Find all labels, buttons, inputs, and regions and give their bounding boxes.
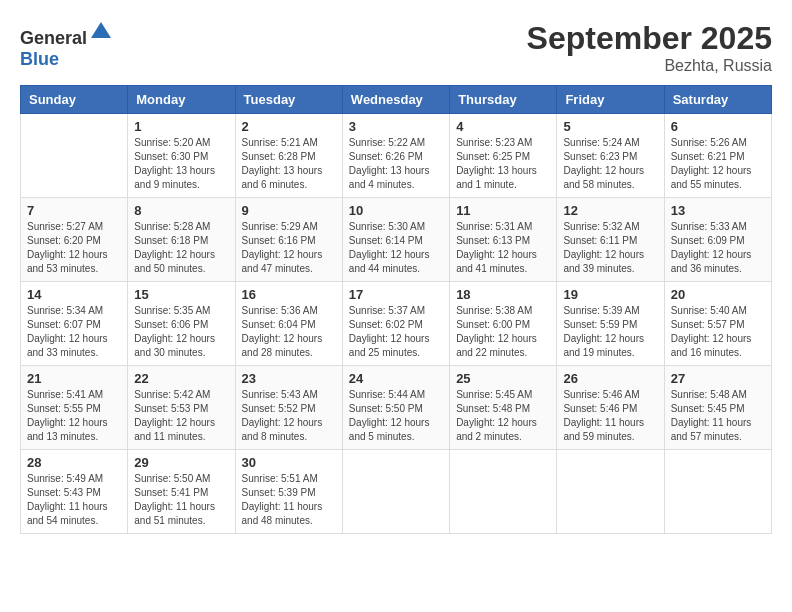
day-cell: 21Sunrise: 5:41 AMSunset: 5:55 PMDayligh… (21, 366, 128, 450)
day-info: Sunrise: 5:40 AMSunset: 5:57 PMDaylight:… (671, 304, 765, 360)
day-number: 13 (671, 203, 765, 218)
day-info: Sunrise: 5:30 AMSunset: 6:14 PMDaylight:… (349, 220, 443, 276)
day-cell: 26Sunrise: 5:46 AMSunset: 5:46 PMDayligh… (557, 366, 664, 450)
day-info: Sunrise: 5:27 AMSunset: 6:20 PMDaylight:… (27, 220, 121, 276)
calendar-table: SundayMondayTuesdayWednesdayThursdayFrid… (20, 85, 772, 534)
day-info: Sunrise: 5:23 AMSunset: 6:25 PMDaylight:… (456, 136, 550, 192)
day-number: 16 (242, 287, 336, 302)
day-info: Sunrise: 5:41 AMSunset: 5:55 PMDaylight:… (27, 388, 121, 444)
day-info: Sunrise: 5:36 AMSunset: 6:04 PMDaylight:… (242, 304, 336, 360)
day-info: Sunrise: 5:34 AMSunset: 6:07 PMDaylight:… (27, 304, 121, 360)
day-number: 30 (242, 455, 336, 470)
week-row-3: 14Sunrise: 5:34 AMSunset: 6:07 PMDayligh… (21, 282, 772, 366)
day-cell: 6Sunrise: 5:26 AMSunset: 6:21 PMDaylight… (664, 114, 771, 198)
day-number: 22 (134, 371, 228, 386)
day-number: 23 (242, 371, 336, 386)
day-cell: 16Sunrise: 5:36 AMSunset: 6:04 PMDayligh… (235, 282, 342, 366)
day-number: 10 (349, 203, 443, 218)
logo-icon (89, 20, 113, 44)
day-cell: 19Sunrise: 5:39 AMSunset: 5:59 PMDayligh… (557, 282, 664, 366)
day-info: Sunrise: 5:20 AMSunset: 6:30 PMDaylight:… (134, 136, 228, 192)
day-cell: 20Sunrise: 5:40 AMSunset: 5:57 PMDayligh… (664, 282, 771, 366)
day-cell: 30Sunrise: 5:51 AMSunset: 5:39 PMDayligh… (235, 450, 342, 534)
logo-general: General (20, 28, 87, 48)
day-number: 18 (456, 287, 550, 302)
day-cell (557, 450, 664, 534)
day-cell: 15Sunrise: 5:35 AMSunset: 6:06 PMDayligh… (128, 282, 235, 366)
location-subtitle: Bezhta, Russia (527, 57, 772, 75)
day-number: 7 (27, 203, 121, 218)
week-row-2: 7Sunrise: 5:27 AMSunset: 6:20 PMDaylight… (21, 198, 772, 282)
page-header: General Blue September 2025 Bezhta, Russ… (20, 20, 772, 75)
day-number: 8 (134, 203, 228, 218)
day-info: Sunrise: 5:44 AMSunset: 5:50 PMDaylight:… (349, 388, 443, 444)
day-cell (450, 450, 557, 534)
day-number: 19 (563, 287, 657, 302)
weekday-header-friday: Friday (557, 86, 664, 114)
day-number: 14 (27, 287, 121, 302)
day-info: Sunrise: 5:37 AMSunset: 6:02 PMDaylight:… (349, 304, 443, 360)
day-cell: 11Sunrise: 5:31 AMSunset: 6:13 PMDayligh… (450, 198, 557, 282)
day-info: Sunrise: 5:42 AMSunset: 5:53 PMDaylight:… (134, 388, 228, 444)
month-title: September 2025 (527, 20, 772, 57)
day-number: 5 (563, 119, 657, 134)
day-number: 28 (27, 455, 121, 470)
day-info: Sunrise: 5:22 AMSunset: 6:26 PMDaylight:… (349, 136, 443, 192)
day-info: Sunrise: 5:32 AMSunset: 6:11 PMDaylight:… (563, 220, 657, 276)
day-number: 20 (671, 287, 765, 302)
day-cell: 17Sunrise: 5:37 AMSunset: 6:02 PMDayligh… (342, 282, 449, 366)
day-info: Sunrise: 5:39 AMSunset: 5:59 PMDaylight:… (563, 304, 657, 360)
logo-text: General Blue (20, 20, 113, 70)
day-cell: 22Sunrise: 5:42 AMSunset: 5:53 PMDayligh… (128, 366, 235, 450)
day-number: 3 (349, 119, 443, 134)
day-info: Sunrise: 5:35 AMSunset: 6:06 PMDaylight:… (134, 304, 228, 360)
day-cell: 13Sunrise: 5:33 AMSunset: 6:09 PMDayligh… (664, 198, 771, 282)
day-info: Sunrise: 5:48 AMSunset: 5:45 PMDaylight:… (671, 388, 765, 444)
day-number: 1 (134, 119, 228, 134)
day-number: 15 (134, 287, 228, 302)
day-cell: 24Sunrise: 5:44 AMSunset: 5:50 PMDayligh… (342, 366, 449, 450)
day-cell: 27Sunrise: 5:48 AMSunset: 5:45 PMDayligh… (664, 366, 771, 450)
week-row-1: 1Sunrise: 5:20 AMSunset: 6:30 PMDaylight… (21, 114, 772, 198)
week-row-4: 21Sunrise: 5:41 AMSunset: 5:55 PMDayligh… (21, 366, 772, 450)
day-cell (21, 114, 128, 198)
day-info: Sunrise: 5:38 AMSunset: 6:00 PMDaylight:… (456, 304, 550, 360)
day-cell: 14Sunrise: 5:34 AMSunset: 6:07 PMDayligh… (21, 282, 128, 366)
weekday-header-saturday: Saturday (664, 86, 771, 114)
day-number: 24 (349, 371, 443, 386)
day-cell: 29Sunrise: 5:50 AMSunset: 5:41 PMDayligh… (128, 450, 235, 534)
weekday-header-tuesday: Tuesday (235, 86, 342, 114)
day-info: Sunrise: 5:24 AMSunset: 6:23 PMDaylight:… (563, 136, 657, 192)
day-info: Sunrise: 5:51 AMSunset: 5:39 PMDaylight:… (242, 472, 336, 528)
day-number: 4 (456, 119, 550, 134)
day-cell (664, 450, 771, 534)
day-number: 26 (563, 371, 657, 386)
day-number: 6 (671, 119, 765, 134)
day-cell: 8Sunrise: 5:28 AMSunset: 6:18 PMDaylight… (128, 198, 235, 282)
day-cell: 23Sunrise: 5:43 AMSunset: 5:52 PMDayligh… (235, 366, 342, 450)
logo-blue: Blue (20, 49, 59, 69)
day-info: Sunrise: 5:31 AMSunset: 6:13 PMDaylight:… (456, 220, 550, 276)
day-number: 21 (27, 371, 121, 386)
day-number: 12 (563, 203, 657, 218)
day-info: Sunrise: 5:33 AMSunset: 6:09 PMDaylight:… (671, 220, 765, 276)
day-info: Sunrise: 5:50 AMSunset: 5:41 PMDaylight:… (134, 472, 228, 528)
week-row-5: 28Sunrise: 5:49 AMSunset: 5:43 PMDayligh… (21, 450, 772, 534)
title-section: September 2025 Bezhta, Russia (527, 20, 772, 75)
day-cell: 9Sunrise: 5:29 AMSunset: 6:16 PMDaylight… (235, 198, 342, 282)
day-number: 27 (671, 371, 765, 386)
weekday-header-wednesday: Wednesday (342, 86, 449, 114)
weekday-header-thursday: Thursday (450, 86, 557, 114)
svg-marker-0 (91, 22, 111, 38)
weekday-header-row: SundayMondayTuesdayWednesdayThursdayFrid… (21, 86, 772, 114)
day-info: Sunrise: 5:28 AMSunset: 6:18 PMDaylight:… (134, 220, 228, 276)
day-number: 11 (456, 203, 550, 218)
day-cell: 25Sunrise: 5:45 AMSunset: 5:48 PMDayligh… (450, 366, 557, 450)
day-cell: 28Sunrise: 5:49 AMSunset: 5:43 PMDayligh… (21, 450, 128, 534)
day-number: 29 (134, 455, 228, 470)
day-cell: 5Sunrise: 5:24 AMSunset: 6:23 PMDaylight… (557, 114, 664, 198)
weekday-header-sunday: Sunday (21, 86, 128, 114)
day-cell: 3Sunrise: 5:22 AMSunset: 6:26 PMDaylight… (342, 114, 449, 198)
day-number: 17 (349, 287, 443, 302)
day-cell: 4Sunrise: 5:23 AMSunset: 6:25 PMDaylight… (450, 114, 557, 198)
